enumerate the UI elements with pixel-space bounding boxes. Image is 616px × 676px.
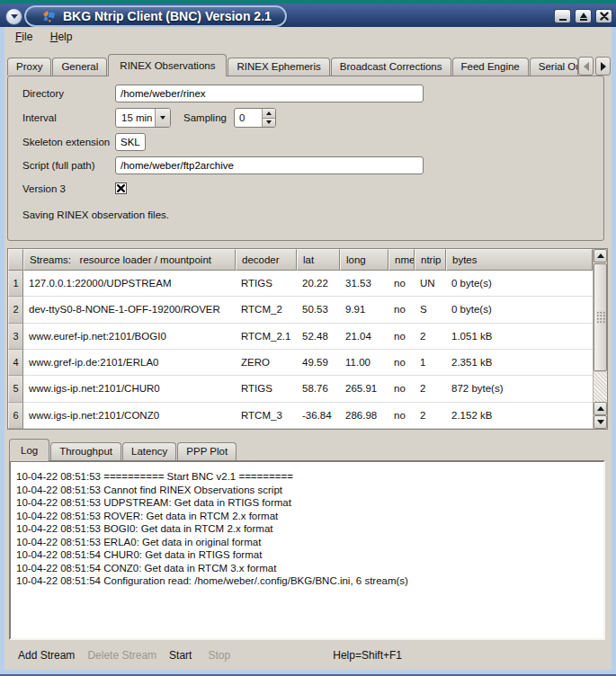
cell-nmea[interactable]: no — [388, 350, 415, 376]
cell-long[interactable]: 31.53 — [340, 271, 388, 297]
cell-nmea[interactable]: no — [388, 376, 415, 402]
col-header-long[interactable]: long — [340, 249, 388, 271]
cell-lat[interactable]: 20.22 — [297, 271, 340, 297]
log-output[interactable]: 10-04-22 08:51:53 ========== Start BNC v… — [9, 460, 605, 640]
streams-scrollbar[interactable] — [593, 249, 607, 429]
cell-long[interactable]: 11.00 — [340, 350, 388, 376]
row-number[interactable]: 2 — [8, 297, 23, 323]
cell-mountpoint[interactable]: www.igs-ip.net:2101/CHUR0 — [23, 376, 236, 402]
cell-lat[interactable]: 49.59 — [297, 350, 340, 376]
combo-arrow-button[interactable] — [155, 109, 170, 127]
row-number[interactable]: 4 — [8, 350, 23, 376]
cell-ntrip[interactable]: 1 — [415, 350, 446, 376]
scrollbar-up-button-2[interactable] — [594, 402, 607, 415]
tab-proxy[interactable]: Proxy — [7, 58, 51, 76]
titlebar[interactable]: BKG Ntrip Client (BNC) Version 2.1 — [0, 0, 616, 27]
cell-ntrip[interactable]: S — [415, 297, 446, 323]
cell-ntrip[interactable]: 2 — [415, 324, 446, 350]
tab-throughput[interactable]: Throughput — [50, 442, 121, 460]
interval-value: 15 min — [116, 109, 155, 127]
row-number[interactable]: 3 — [8, 324, 23, 350]
cell-mountpoint[interactable]: 127.0.0.1:22000/UDPSTREAM — [23, 271, 236, 297]
add-stream-button[interactable]: Add Stream — [18, 649, 75, 662]
version3-checkbox[interactable] — [115, 182, 127, 194]
cell-nmea[interactable]: no — [388, 403, 415, 429]
cell-mountpoint[interactable]: www.igs-ip.net:2101/CONZ0 — [23, 403, 236, 429]
tab-rinex-observations[interactable]: RINEX Observations — [108, 54, 227, 76]
cell-lat[interactable]: 58.76 — [297, 376, 340, 402]
spin-down-button[interactable] — [263, 119, 275, 128]
cell-decoder[interactable]: RTIGS — [236, 271, 297, 297]
shade-button[interactable] — [575, 9, 592, 23]
log-line: 10-04-22 08:51:53 ERLA0: Get data in ori… — [16, 536, 598, 549]
col-header-decoder[interactable]: decoder — [236, 249, 297, 271]
menu-file[interactable]: File — [15, 31, 32, 43]
cell-bytes[interactable]: 2.351 kB — [446, 350, 593, 376]
cell-ntrip[interactable]: 2 — [415, 403, 446, 429]
tab-latency[interactable]: Latency — [122, 442, 176, 460]
col-header-ntrip[interactable]: ntrip — [415, 249, 446, 271]
window-menu-button[interactable] — [5, 8, 22, 25]
scrollbar-down-button[interactable] — [594, 415, 607, 429]
row-number[interactable]: 6 — [8, 403, 23, 429]
cell-bytes[interactable]: 0 byte(s) — [446, 297, 593, 323]
scrollbar-track[interactable] — [594, 372, 607, 402]
close-button[interactable] — [595, 9, 612, 23]
cell-mountpoint[interactable]: www.gref-ip.de:2101/ERLA0 — [23, 350, 236, 376]
cell-nmea[interactable]: no — [388, 297, 415, 323]
shade-icon — [580, 13, 587, 21]
cell-long[interactable]: 286.98 — [340, 403, 388, 429]
cell-lat[interactable]: 50.53 — [297, 297, 340, 323]
col-header-streams[interactable]: Streams: resource loader / mountpoint — [23, 249, 236, 271]
tab-general[interactable]: General — [52, 58, 107, 76]
cell-bytes[interactable]: 0 byte(s) — [446, 271, 593, 297]
row-number[interactable]: 5 — [8, 376, 23, 402]
tab-serial-output[interactable]: Serial Outp — [530, 58, 578, 76]
cell-nmea[interactable]: no — [388, 324, 415, 350]
directory-input[interactable] — [115, 84, 424, 102]
tab-ppp-plot[interactable]: PPP Plot — [177, 442, 237, 460]
cell-bytes[interactable]: 2.152 kB — [446, 403, 593, 429]
cell-decoder[interactable]: RTIGS — [236, 376, 297, 402]
minimize-button[interactable] — [554, 9, 571, 23]
stop-button[interactable]: Stop — [208, 649, 230, 662]
cell-long[interactable]: 21.04 — [340, 324, 388, 350]
cell-ntrip[interactable]: UN — [415, 271, 446, 297]
cell-decoder[interactable]: ZERO — [236, 350, 297, 376]
script-input[interactable] — [115, 156, 424, 174]
start-button[interactable]: Start — [169, 649, 192, 662]
tab-feed-engine[interactable]: Feed Engine — [452, 58, 529, 76]
tab-rinex-ephemeris[interactable]: RINEX Ephemeris — [228, 58, 329, 76]
tab-log[interactable]: Log — [9, 439, 49, 461]
cell-long[interactable]: 9.91 — [340, 297, 388, 323]
menu-help[interactable]: Help — [50, 31, 73, 43]
cell-decoder[interactable]: RTCM_3 — [236, 403, 297, 429]
cell-ntrip[interactable]: 2 — [415, 376, 446, 402]
log-line: 10-04-22 08:51:53 Cannot find RINEX Obse… — [16, 484, 598, 497]
cell-lat[interactable]: 52.48 — [297, 324, 340, 350]
tab-scroll-left-button[interactable] — [578, 57, 594, 76]
cell-mountpoint[interactable]: www.euref-ip.net:2101/BOGI0 — [23, 324, 236, 350]
cell-decoder[interactable]: RTCM_2.1 — [236, 324, 297, 350]
cell-mountpoint[interactable]: dev-ttyS0-8-NONE-1-OFF-19200/ROVER — [23, 297, 236, 323]
spin-up-button[interactable] — [263, 109, 275, 119]
tab-broadcast-corrections[interactable]: Broadcast Corrections — [331, 58, 451, 76]
col-header-nmea[interactable]: nmea — [388, 249, 415, 271]
row-number[interactable]: 1 — [8, 271, 23, 297]
cell-decoder[interactable]: RTCM_2 — [236, 297, 297, 323]
cell-bytes[interactable]: 1.051 kB — [446, 324, 593, 350]
interval-label: Interval — [22, 112, 115, 123]
delete-stream-button[interactable]: Delete Stream — [87, 649, 156, 662]
scrollbar-thumb[interactable] — [594, 263, 607, 371]
sampling-spinner[interactable]: 0 sec — [234, 108, 276, 128]
cell-bytes[interactable]: 872 byte(s) — [446, 376, 593, 402]
cell-nmea[interactable]: no — [388, 271, 415, 297]
col-header-bytes[interactable]: bytes — [446, 249, 593, 271]
col-header-lat[interactable]: lat — [297, 249, 340, 271]
cell-long[interactable]: 265.91 — [340, 376, 388, 402]
scrollbar-up-button[interactable] — [594, 249, 607, 262]
interval-select[interactable]: 15 min — [115, 108, 171, 128]
skeleton-extension-input[interactable] — [115, 133, 146, 151]
tab-scroll-right-button[interactable] — [595, 57, 611, 76]
cell-lat[interactable]: -36.84 — [297, 403, 340, 429]
